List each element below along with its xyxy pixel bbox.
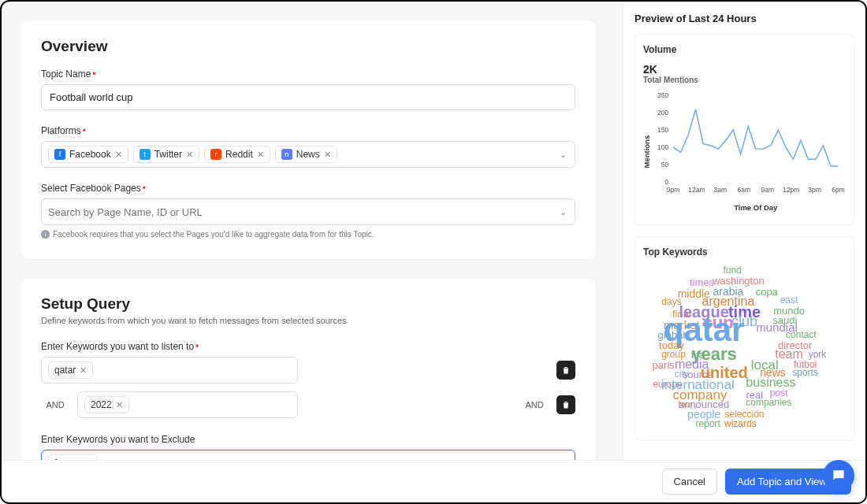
wordcloud-term[interactable]: washington [713,275,765,285]
volume-chart: Mentions 050100150200250 9pm12am3am6am9a… [643,84,846,212]
twitter-icon: t [140,149,151,160]
wordcloud-term[interactable]: times [690,276,714,287]
delete-row-button[interactable] [556,361,575,380]
required-indicator: • [143,183,146,194]
volume-title: Volume [643,44,846,55]
overview-card: Overview Topic Name• Platforms• fFaceboo… [20,20,596,259]
keyword-tag[interactable]: 2022✕ [84,396,129,413]
svg-text:250: 250 [657,91,669,99]
pages-label: Select Facebook Pages [41,183,141,194]
and-operator: AND [520,400,549,410]
news-icon: n [281,149,292,160]
keyword-row: AND 2022✕ AND [41,391,575,418]
svg-text:12am: 12am [688,186,705,194]
cancel-button[interactable]: Cancel [662,469,717,495]
wordcloud-term[interactable]: post [770,388,788,398]
preview-title: Preview of Last 24 Hours [634,13,854,24]
keywords-title: Top Keywords [643,246,846,258]
remove-tag-icon[interactable]: ✕ [80,365,87,376]
keywords-card: Top Keywords fundtimeswashingtonmiddlear… [634,236,854,441]
total-mentions-label: Total Mentions [643,76,846,84]
remove-tag-icon[interactable]: ✕ [116,400,123,410]
svg-text:9pm: 9pm [667,186,680,194]
wordcloud-term[interactable]: paris [653,359,675,369]
svg-text:150: 150 [657,126,669,134]
wordcloud-term[interactable]: today [659,339,684,350]
remove-tag-icon[interactable]: ✕ [186,150,193,160]
chevron-down-icon: ⌄ [560,150,567,160]
overview-title: Overview [41,38,575,55]
svg-text:50: 50 [661,161,669,169]
svg-text:Mentions: Mentions [643,135,651,169]
platform-tag[interactable]: rReddit✕ [204,146,270,163]
listen-label: Enter Keywords you want to listen to [41,341,194,352]
chevron-down-icon: ⌄ [560,207,567,217]
volume-card: Volume 2K Total Mentions Mentions 050100… [634,34,854,225]
exclude-label: Enter Keywords you want to Exclude [41,434,195,445]
query-title: Setup Query [41,295,575,313]
preview-panel: Preview of Last 24 Hours Volume 2K Total… [623,2,865,502]
keyword-input[interactable]: 2022✕ [77,391,298,418]
info-icon: i [41,230,50,239]
total-mentions-value: 2K [643,63,846,76]
remove-tag-icon[interactable]: ✕ [257,150,264,160]
wordcloud-term[interactable]: companies [746,398,791,407]
query-sub: Define keywords from which you want to f… [41,316,575,325]
svg-text:3am: 3am [714,186,727,194]
remove-tag-icon[interactable]: ✕ [324,150,331,160]
wordcloud-term[interactable]: york [809,350,827,359]
keyword-row: qatar✕ [41,357,575,384]
wordcloud-term[interactable]: selección [724,410,764,419]
svg-text:200: 200 [657,109,669,117]
required-indicator: • [92,69,95,80]
wordcloud-term[interactable]: copa [756,287,778,297]
required-indicator: • [195,341,199,352]
svg-text:Time Of Day: Time Of Day [734,203,778,212]
delete-row-button[interactable] [556,395,575,414]
pages-hint: i Facebook requires that you select the … [41,230,575,239]
svg-text:6am: 6am [737,186,750,194]
wordcloud-term[interactable]: report [696,419,720,428]
footer-actions: Cancel Add Topic and View Report [2,460,865,502]
svg-text:3pm: 3pm [808,186,821,194]
platform-tag[interactable]: tTwitter✕ [133,146,199,163]
topic-name-label: Topic Name [41,69,91,80]
platform-tag[interactable]: nNews✕ [275,146,337,163]
svg-text:9am: 9am [761,186,774,194]
reddit-icon: r [210,149,221,160]
svg-text:100: 100 [657,143,669,151]
required-indicator: • [83,125,86,136]
platforms-select[interactable]: fFacebook✕tTwitter✕rReddit✕nNews✕⌄ [41,141,575,168]
topic-name-input[interactable] [41,84,575,110]
pages-search-input[interactable] [48,206,568,218]
keyword-input[interactable]: qatar✕ [41,357,298,384]
pages-select[interactable]: ⌄ [41,198,575,225]
keyword-tag[interactable]: qatar✕ [48,361,93,379]
wordcloud-term[interactable]: wizards [724,419,757,428]
svg-text:12pm: 12pm [783,186,799,194]
svg-text:0: 0 [665,178,669,186]
wordcloud-term[interactable]: sports [792,368,818,377]
svg-text:6pm: 6pm [832,186,845,194]
platforms-label: Platforms [41,125,81,136]
and-operator: AND [41,400,69,410]
chat-fab[interactable] [823,460,854,491]
platform-tag[interactable]: fFacebook✕ [48,146,128,163]
wordcloud: fundtimeswashingtonmiddlearabiacopadaysa… [643,265,846,431]
facebook-icon: f [54,149,65,160]
remove-tag-icon[interactable]: ✕ [115,150,122,160]
